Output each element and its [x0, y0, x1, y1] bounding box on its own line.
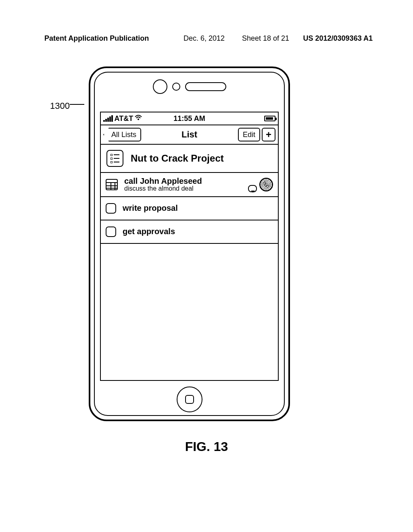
back-button[interactable]: All Lists	[103, 128, 141, 141]
battery-icon	[264, 116, 275, 121]
checkbox-icon[interactable]	[106, 227, 116, 237]
sheet-info: Sheet 18 of 21	[242, 34, 289, 43]
svg-point-0	[138, 118, 139, 120]
checkbox-icon[interactable]	[106, 203, 116, 214]
task-title: write proposal	[123, 204, 273, 212]
publication-date: Dec. 6, 2012	[184, 34, 225, 43]
publication-number: US 2012/0309363 A1	[303, 34, 373, 43]
publication-label: Patent Application Publication	[44, 34, 149, 43]
task-row[interactable]: get approvals	[101, 220, 278, 244]
add-button[interactable]: +	[262, 128, 275, 141]
nav-title: List	[181, 129, 197, 140]
phone-top-hardware	[90, 78, 288, 96]
edit-button[interactable]: Edit	[238, 128, 260, 141]
back-button-label: All Lists	[111, 131, 136, 139]
front-camera-icon	[153, 79, 167, 94]
status-time: 11:55 AM	[173, 114, 205, 123]
reference-number: 1300	[50, 101, 70, 111]
reference-tick	[70, 104, 84, 105]
task-title: call John Appleseed	[124, 177, 242, 185]
signal-strength-icon	[103, 115, 113, 122]
carrier-label: AT&T	[115, 114, 133, 123]
earpiece-speaker-icon	[185, 82, 226, 91]
message-icon[interactable]	[248, 185, 257, 192]
task-subtitle: discuss the almond deal	[124, 185, 242, 192]
empty-area	[101, 244, 278, 380]
list-header: Nut to Crack Project	[101, 145, 278, 173]
list-title: Nut to Crack Project	[131, 153, 224, 164]
task-row[interactable]: call John Appleseed discuss the almond d…	[101, 173, 278, 197]
phone-frame: AT&T 11:55 AM All Lists List Edit +	[89, 66, 290, 421]
home-button-glyph	[185, 395, 194, 404]
home-button[interactable]	[177, 387, 202, 412]
sensor-icon	[172, 83, 180, 91]
task-title: get approvals	[123, 227, 273, 236]
calendar-icon	[106, 179, 118, 190]
status-bar: AT&T 11:55 AM	[101, 112, 278, 125]
list-icon	[106, 150, 123, 167]
phone-screen: AT&T 11:55 AM All Lists List Edit +	[100, 112, 279, 381]
task-row[interactable]: write proposal	[101, 197, 278, 220]
navigation-bar: All Lists List Edit +	[101, 125, 278, 145]
figure-label: FIG. 13	[0, 439, 413, 454]
edit-button-label: Edit	[243, 131, 255, 139]
wifi-icon	[135, 115, 142, 122]
call-icon[interactable]	[259, 178, 273, 191]
plus-icon: +	[266, 129, 271, 140]
